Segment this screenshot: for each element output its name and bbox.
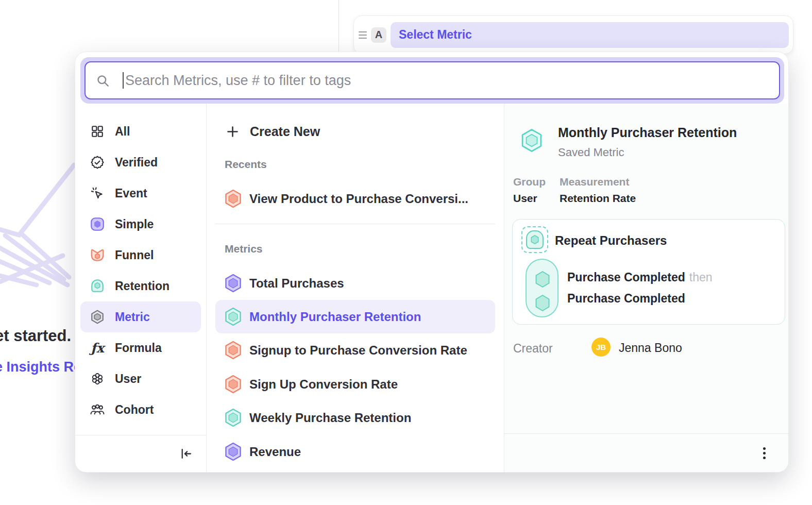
list-item-label: Revenue [249,445,301,459]
sidebar-item-label: Retention [115,279,170,293]
background-heading-partial: et started. [0,327,71,345]
sidebar-item-label: Metric [115,310,150,324]
simple-metric-hexagon-icon [225,442,242,461]
funnel-metric-hexagon-icon [225,189,242,208]
section-divider [215,224,495,224]
formula-icon: ƒx [89,341,106,356]
sidebar-item-label: Verified [115,156,158,170]
saved-metric-title: Repeat Purchasers [555,233,667,248]
list-item-label: Weekly Purchase Retention [249,411,411,425]
metric-results-list: Create New Recents View Product to Purch… [207,104,504,472]
search-icon [96,74,110,88]
metric-hexagon-icon [89,309,106,325]
sidebar-item-label: All [115,125,130,139]
step-hexagon-icon [534,294,551,312]
sidebar-item-label: User [115,372,141,386]
metric-picker-modal: All Verified [75,52,789,473]
series-a-badge: A [371,27,386,43]
sidebar-item-event[interactable]: Event [80,178,201,209]
sidebar-item-metric[interactable]: Metric [80,301,201,332]
sidebar-item-all[interactable]: All [80,116,201,147]
creator-name: Jenna Bono [619,341,682,355]
list-item-metric[interactable]: Total Purchases [215,266,495,300]
saved-metric-card: Repeat Purchasers Purchase Completedthen… [512,219,785,325]
text-caret [123,72,124,89]
list-item-metric[interactable]: Signup to Purchase Conversion Rate [215,333,495,367]
detail-footer [504,433,788,472]
sidebar-item-retention[interactable]: Retention [80,271,201,301]
background-link-partial[interactable]: e Insights Re [0,359,81,375]
sidebar-footer [75,435,206,472]
detail-subtitle: Saved Metric [558,146,624,159]
list-item-label: Sign Up Conversion Rate [249,377,398,392]
metrics-header: Metrics [225,243,263,255]
select-metric-button[interactable]: Select Metric [391,22,789,48]
retention-step-2: Purchase Completed [567,292,685,306]
step-hexagon-icon [534,270,551,289]
plus-icon [226,125,240,139]
list-item-recent[interactable]: View Product to Purchase Conversi... [215,182,495,215]
create-new-button[interactable]: Create New [226,118,320,145]
sidebar-item-label: Event [115,187,147,200]
sidebar-item-label: Formula [115,341,162,355]
funnel-icon [89,247,106,263]
background-divider-line [339,0,339,53]
verified-badge-icon [89,155,106,170]
measurement-value: Retention Rate [560,192,636,205]
detail-title: Monthly Purchaser Retention [558,125,737,140]
sidebar-item-funnel[interactable]: Funnel [80,240,201,271]
event-cursor-icon [89,186,106,200]
group-label: Group [513,176,546,188]
more-options-icon[interactable] [760,444,769,462]
step-connector: then [689,271,713,284]
search-box[interactable] [84,61,780,99]
list-item-metric-selected[interactable]: Monthly Purchaser Retention [215,300,495,333]
list-item-label: Monthly Purchaser Retention [249,310,421,324]
collapse-sidebar-icon[interactable] [180,447,193,460]
retention-dashed-icon [521,226,548,253]
sidebar-item-formula[interactable]: ƒx Formula [80,332,201,363]
retention-metric-hexagon-icon [521,128,543,153]
funnel-metric-hexagon-icon [225,375,242,394]
cohort-icon [89,403,106,416]
creator-label: Creator [513,342,553,356]
funnel-metric-hexagon-icon [225,341,242,360]
user-cluster-icon [89,372,106,386]
drag-handle-icon[interactable] [359,31,367,39]
sidebar-item-simple[interactable]: Simple [80,209,201,240]
create-new-label: Create New [250,124,320,139]
sidebar-item-verified[interactable]: Verified [80,147,201,178]
group-value: User [513,192,537,205]
retention-icon [89,278,106,294]
retention-metric-hexagon-icon [225,307,242,326]
list-item-label: View Product to Purchase Conversi... [249,192,468,206]
sidebar-item-user[interactable]: User [80,363,201,394]
sidebar-item-cohort[interactable]: Cohort [80,394,201,425]
retention-metric-hexagon-icon [225,408,242,427]
background-chart-illustration [0,139,77,314]
search-input[interactable] [125,73,769,89]
list-item-label: Signup to Purchase Conversion Rate [249,343,467,358]
list-item-metric[interactable]: Revenue [215,435,495,468]
metric-detail-panel: Monthly Purchaser Retention Saved Metric… [504,104,788,472]
creator-avatar: JB [591,338,611,357]
sidebar-item-label: Funnel [115,248,154,262]
recents-header: Recents [225,158,267,171]
list-item-label: Total Purchases [249,276,344,291]
measurement-label: Measurement [560,176,629,188]
search-focus-ring [80,57,784,104]
retention-step-1: Purchase Completedthen [567,271,713,284]
retention-steps-capsule [526,259,559,317]
list-item-metric[interactable]: Sign Up Conversion Rate [215,367,495,401]
simple-metric-icon [89,216,106,232]
grid-icon [89,125,106,138]
metric-query-row: A Select Metric [353,15,793,54]
sidebar-item-label: Simple [115,217,154,231]
category-sidebar: All Verified [75,104,207,472]
list-item-metric[interactable]: Weekly Purchase Retention [215,401,495,434]
sidebar-item-label: Cohort [115,403,154,417]
simple-metric-hexagon-icon [225,274,242,293]
